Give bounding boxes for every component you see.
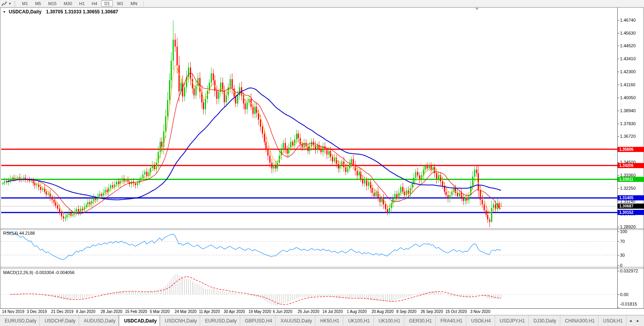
price-tick-label: 1.40050 [620,95,636,100]
chart-shift-marker[interactable] [475,8,478,10]
chart-plot[interactable] [0,7,644,309]
timeframe-button-m1[interactable]: M1 [19,0,31,7]
chevron-down-icon[interactable]: ▼ [8,2,11,6]
price-tick-label: 1.44520 [620,43,636,48]
date-label: 14 Jul 2020 [322,309,343,314]
date-label: 1 Aug 2020 [347,309,367,314]
chart-tab-dj30[interactable]: DJ30,Daily [529,315,560,326]
date-label: 24 Mar 2020 [175,309,197,314]
timeframe-button-m30[interactable]: M30 [61,0,75,7]
chart-tab-eurusd[interactable]: EURUSD,Daily [200,315,240,326]
price-tag-level: 1.33011 [618,177,644,182]
price-tag-current: 1.30687 [618,204,644,209]
chart-tab-eurusd[interactable]: EURUSD,Daily [0,315,40,326]
date-label: 19 May 2020 [248,309,271,314]
price-tick-label: 1.46740 [620,18,636,22]
triangle-down-icon: ▼ [3,10,6,14]
chart-tab-usdchf[interactable]: USDCHF,Daily [40,315,79,326]
chart-tab-hk50[interactable]: HK50,H1 [315,315,343,326]
date-label: 28 Jan 2020 [101,309,122,314]
price-tick-label: 1.38940 [620,108,636,113]
date-label: 9 Jan 2020 [76,309,96,314]
price-tick-label: 1.36720 [620,134,636,139]
chart-tab-gbpusd[interactable]: GBPUSD,H4 [240,315,276,326]
timeframe-button-mn[interactable]: MN [127,0,140,7]
chart-tabs: EURUSD,DailyUSDCHF,DailyAUDUSD,DailyUSDC… [0,315,644,326]
timeframe-button-h4[interactable]: H4 [88,0,100,7]
timeframe-buttons: M1M5M15M30H1H4D1W1MN [18,0,141,7]
chart-title: ▼ USDCAD,Daily 1.30705 1.31033 1.30655 1… [3,9,118,15]
date-label: 5 Mar 2020 [150,309,170,314]
chart-tab-china300[interactable]: CHINA300,H1 [560,315,598,326]
chart-symbol: USDCAD,Daily [9,9,41,15]
price-tick-label: 1.42300 [620,69,636,74]
rsi-tick-label: 70 [620,239,625,244]
chart-tab-usoil[interactable]: USOil,H1 [598,315,627,326]
chart-tab-ger30[interactable]: GER30,H1 [404,315,436,326]
date-label: 14 Nov 2019 [2,309,24,314]
price-tick-label: 1.41160 [620,82,635,87]
date-label: 21 Dec 2019 [51,309,74,314]
chart-tab-uk100[interactable]: UK100,H1 [343,315,374,326]
timeframe-button-h1[interactable]: H1 [76,0,88,7]
tab-scroll-right-icon[interactable]: ► [634,319,642,323]
timeframe-button-m15[interactable]: M15 [45,0,59,7]
chart-tab-usoil[interactable]: USOil,H4 [466,315,495,326]
macd-tick-label: -0.01815 [620,302,637,306]
price-tag-level: 1.31405 [618,195,644,200]
mt4-window: { "toolbar": { "chart_style_icon": "char… [0,0,644,326]
chart-tab-audusd[interactable]: AUDUSD,Daily [79,315,119,326]
rsi-tick-label: 30 [620,253,625,257]
date-axis[interactable]: 14 Nov 20193 Dec 201921 Dec 20199 Jan 20… [0,309,644,315]
price-tick-label: 1.28920 [620,224,636,229]
rsi-indicator-label: RSI(14) 44.2188 [3,231,35,235]
rsi-tick-label: 0 [620,263,622,268]
macd-indicator-label: MACD(12,26,9) -0.003304 -0.004056 [3,270,75,275]
price-tick-label: 1.32250 [620,186,636,191]
timeframe-button-d1[interactable]: D1 [101,0,113,7]
chart-style-icon[interactable] [1,1,7,6]
timeframe-button-m5[interactable]: M5 [32,0,44,7]
date-label: 20 Aug 2020 [372,309,394,314]
date-label: 3 Nov 2020 [470,309,490,314]
date-label: 30 Apr 2020 [224,309,245,314]
price-tag-level: 1.34206 [618,163,644,168]
chart-tab-usdjpy[interactable]: USDJPY,H1 [495,315,529,326]
chart-tab-uk100[interactable]: UK100,H1 [374,315,404,326]
tab-scroll-arrows: ◄► [627,315,644,326]
chart-tab-fra40[interactable]: FRA40,H1 [436,315,466,326]
date-label: 15 Feb 2020 [125,309,147,314]
date-label: 25 Jun 2020 [298,309,319,314]
timeframe-button-w1[interactable]: W1 [114,0,127,7]
chart-tab-xauusd[interactable]: XAUUSD,Daily [276,315,315,326]
chart-ohlc-values: 1.30705 1.31033 1.30655 1.30687 [46,9,118,15]
date-label: 15 Oct 2020 [445,309,467,314]
chart-tab-usdcnh[interactable]: USDCNH,Daily [160,315,200,326]
toolbar-separator [143,1,144,6]
toolbar-grip[interactable] [14,1,16,6]
price-tick-label: 1.37830 [620,121,636,126]
date-label: 3 Dec 2019 [27,309,47,314]
price-tick-label: 1.43410 [620,56,636,61]
macd-tick-label: 0.032972 [620,269,638,273]
date-label: 6 Jun 2020 [273,309,293,314]
rsi-tick-label: 100 [620,229,627,234]
date-label: 11 Apr 2020 [199,309,220,314]
toolbar: ▼ M1M5M15M30H1H4D1W1MN [0,0,644,7]
tab-scroll-left-icon[interactable]: ◄ [627,319,634,323]
price-tick-label: 1.45630 [620,31,636,35]
chart-tab-usdcad[interactable]: USDCAD,Daily [119,315,160,326]
price-tag-level: 1.35606 [618,147,644,152]
macd-tick-label: 0.00 [620,292,628,297]
price-tag-level: 1.30152 [618,210,644,215]
date-label: 26 Sep 2020 [421,309,443,314]
date-label: 8 Sep 2020 [396,309,416,314]
